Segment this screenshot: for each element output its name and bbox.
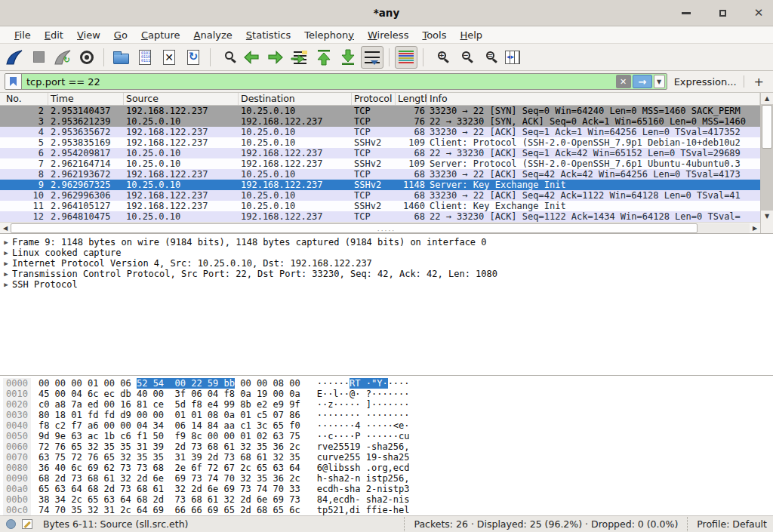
add-filter-button[interactable]: + [750,75,768,89]
capture-options-button[interactable] [75,46,98,69]
resize-columns-button[interactable] [501,46,524,69]
hex-row-00a0[interactable]: 00a065 63 64 68 2d 73 68 61 32 2d 6e 69 … [3,484,773,494]
zoom-reset-button[interactable]: = [477,46,500,69]
display-filter-input[interactable] [22,76,616,88]
hex-row-00c0[interactable]: 00c074 70 35 32 31 2c 64 69 66 66 69 65 … [3,505,773,515]
pane-splitter-handle[interactable]: ····· [377,229,396,233]
detail-row-0[interactable]: ▶Frame 9: 1148 bytes on wire (9184 bits)… [0,237,773,248]
profile-text[interactable]: Profile: Default [687,517,767,531]
column-header-length[interactable]: Length [396,93,427,105]
expert-info-icon[interactable] [6,519,16,529]
cell-proto: SSHv2 [352,180,396,190]
hex-row-0080[interactable]: 008036 40 6c 69 62 73 73 68 2e 6f 72 67 … [3,463,773,473]
stop-capture-button[interactable] [27,46,50,69]
restart-capture-button[interactable]: ↻ [51,46,74,69]
scroll-down-icon[interactable]: ▼ [761,211,773,222]
column-header-source[interactable]: Source [124,93,239,105]
open-file-button[interactable] [109,46,132,69]
menu-telephony[interactable]: Telephony [297,28,361,42]
zoom-out-button[interactable]: − [453,46,476,69]
pane-splitter-handle-2[interactable]: ····· [372,375,400,377]
hex-row-0030[interactable]: 003080 18 01 fd fd d9 00 00 01 01 08 0a … [3,410,773,420]
vscroll-track[interactable] [761,104,773,211]
packet-row-3[interactable]: 32.95362123910.25.0.10192.168.122.237TCP… [0,116,760,127]
hex-bytes: 72 76 65 32 35 35 31 39 2d 73 68 61 32 3… [38,441,300,452]
column-header-no[interactable]: No. [0,93,48,105]
menu-go[interactable]: Go [107,28,134,42]
menu-statistics[interactable]: Statistics [239,28,297,42]
go-first-button[interactable] [313,46,335,69]
packet-row-2[interactable]: 22.953140437192.168.122.23710.25.0.10TCP… [0,106,760,116]
menu-file[interactable]: File [8,28,38,42]
start-capture-button[interactable] [3,46,26,69]
hex-row-0090[interactable]: 009068 2d 73 68 61 32 2d 6e 69 73 74 70 … [3,473,773,484]
hex-row-0060[interactable]: 006072 76 65 32 35 35 31 39 2d 73 68 61 … [3,441,773,452]
expand-triangle-icon[interactable]: ▶ [0,258,12,269]
menu-edit[interactable]: Edit [38,28,70,42]
expand-triangle-icon[interactable]: ▶ [0,269,12,279]
autoscroll-button[interactable] [361,46,383,69]
open-file-icon [113,51,129,64]
expand-triangle-icon[interactable]: ▶ [0,237,12,248]
column-header-info[interactable]: Info [427,93,760,105]
scroll-right-icon[interactable]: ▶ [750,223,760,233]
column-header-time[interactable]: Time [48,93,124,105]
expression-button[interactable]: Expression... [673,76,738,88]
find-packet-button[interactable] [216,46,239,69]
maximize-button[interactable] [714,5,731,22]
go-to-packet-button[interactable] [288,46,311,69]
menu-help[interactable]: Help [453,28,489,42]
packet-row-8[interactable]: 82.962193672192.168.122.23710.25.0.10TCP… [0,169,760,180]
capture-comment-icon[interactable] [22,519,32,529]
colorize-button[interactable] [395,46,417,69]
close-file-button[interactable]: ✕ [158,46,180,69]
hex-row-0040[interactable]: 0040f8 c2 f7 a6 00 00 04 34 06 14 84 aa … [3,420,773,431]
hex-offset: 0000 [3,378,31,389]
close-button[interactable]: ✕ [750,5,767,22]
scroll-up-icon[interactable]: ▲ [761,93,773,104]
packet-row-9[interactable]: 92.96296732510.25.0.10192.168.122.237SSH… [0,180,760,190]
go-back-button[interactable] [240,46,263,69]
packet-row-4[interactable]: 42.953635672192.168.122.23710.25.0.10TCP… [0,127,760,137]
menu-tools[interactable]: Tools [415,28,453,42]
hex-row-0050[interactable]: 00509d 9e 63 ac 1b c6 f1 50 f9 8c 00 00 … [3,431,773,441]
expand-triangle-icon[interactable]: ▶ [0,279,12,290]
minimize-button[interactable] [678,5,694,22]
menu-wireless[interactable]: Wireless [361,28,415,42]
save-file-button[interactable]: 010101100111 [134,46,156,69]
vscroll-thumb[interactable] [762,105,772,149]
filter-bookmark-button[interactable] [5,74,22,89]
go-last-button[interactable] [337,46,359,69]
menu-analyze[interactable]: Analyze [187,28,239,42]
apply-filter-button[interactable]: → [633,75,652,88]
packet-row-10[interactable]: 102.962996306192.168.122.23710.25.0.10TC… [0,190,760,201]
menu-view[interactable]: View [70,28,107,42]
menu-capture[interactable]: Capture [134,28,187,42]
clear-filter-button[interactable]: ✕ [616,75,631,88]
detail-row-3[interactable]: ▶Transmission Control Protocol, Src Port… [0,269,773,279]
detail-row-2[interactable]: ▶Internet Protocol Version 4, Src: 10.25… [0,258,773,269]
hex-row-0070[interactable]: 007063 75 72 76 65 32 35 35 31 39 2d 73 … [3,452,773,463]
packet-row-7[interactable]: 72.96216471410.25.0.10192.168.122.237SSH… [0,158,760,169]
scroll-left-icon[interactable]: ◀ [0,223,11,233]
reload-file-button[interactable]: ↻ [182,46,205,69]
packet-row-6[interactable]: 62.95420981710.25.0.10192.168.122.237TCP… [0,148,760,158]
hex-row-00b0[interactable]: 00b038 34 2c 65 63 64 68 2d 73 68 61 32 … [3,494,773,505]
zoom-in-button[interactable]: + [429,46,451,69]
packet-row-12[interactable]: 122.96481047510.25.0.10192.168.122.237TC… [0,211,760,222]
hex-row-0000[interactable]: 000000 00 00 01 00 06 52 54 00 22 59 bb … [3,378,773,389]
vertical-scrollbar[interactable]: ▲ ▼ [760,93,773,233]
expand-triangle-icon[interactable]: ▶ [0,248,12,258]
column-header-protocol[interactable]: Protocol [352,93,396,105]
hscroll-thumb[interactable] [11,223,698,233]
column-header-destination[interactable]: Destination [239,93,352,105]
hex-row-0020[interactable]: 0020c0 a8 7a ed 00 16 81 ce 5d f8 e4 99 … [3,399,773,410]
hex-row-0010[interactable]: 001045 00 04 6c ec db 40 00 3f 06 04 f8 … [3,389,773,399]
packet-row-11[interactable]: 112.964105127192.168.122.23710.25.0.10SS… [0,201,760,211]
packet-row-5[interactable]: 52.953835169192.168.122.23710.25.0.10SSH… [0,137,760,148]
detail-row-1[interactable]: ▶Linux cooked capture [0,248,773,258]
filter-dropdown-button[interactable]: ▼ [654,75,665,88]
detail-row-4[interactable]: ▶SSH Protocol [0,279,773,290]
go-forward-button[interactable] [264,46,287,69]
cell-no: 5 [0,137,48,148]
